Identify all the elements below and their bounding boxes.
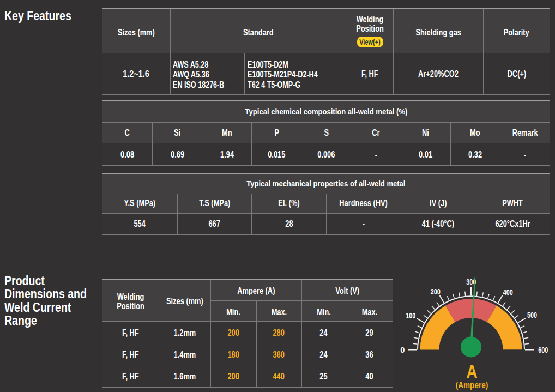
svg-text:400: 400 (503, 288, 513, 297)
svg-text:200: 200 (431, 287, 441, 296)
svg-text:100: 100 (406, 311, 415, 320)
svg-text:500: 500 (527, 311, 537, 319)
svg-text:A: A (466, 361, 478, 382)
svg-text:600: 600 (538, 346, 548, 354)
svg-text:(Ampere): (Ampere) (456, 380, 488, 390)
svg-text:0: 0 (400, 346, 405, 354)
